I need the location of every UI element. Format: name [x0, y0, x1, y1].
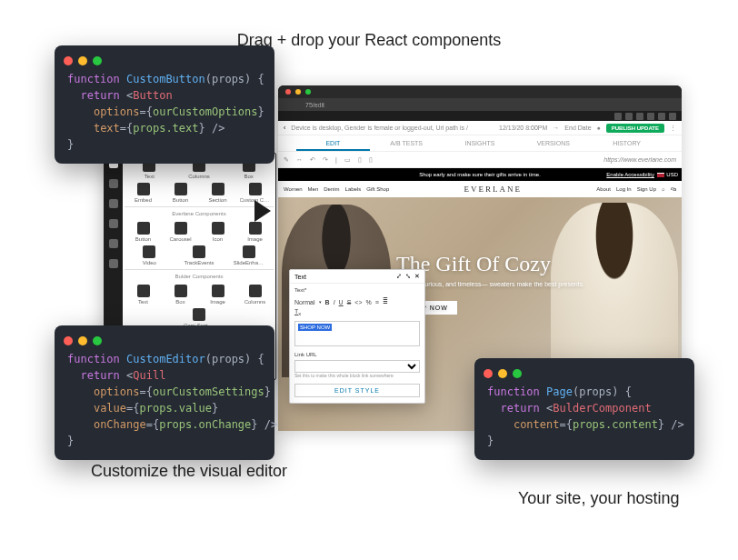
palette-item-label: TrackEvents [184, 260, 214, 265]
menu-icon[interactable] [669, 113, 676, 120]
palette-item-label: Button [165, 197, 196, 203]
palette-tab-icon[interactable] [109, 199, 118, 208]
link-button[interactable]: % [366, 299, 372, 305]
nav-item[interactable]: Labels [345, 186, 362, 192]
maximize-icon[interactable] [93, 56, 102, 65]
pencil-icon[interactable]: ✎ [284, 156, 289, 164]
currency-switch[interactable]: USD [657, 172, 678, 177]
strike-button[interactable]: S [347, 299, 352, 305]
nav-item[interactable]: Men [308, 186, 319, 192]
palette-item-label: Columns [184, 174, 214, 179]
collapse-icon[interactable]: ⤡ [405, 273, 411, 280]
component-icon [249, 222, 262, 235]
avatar[interactable] [658, 113, 665, 120]
palette-item[interactable]: Carousel [165, 222, 196, 242]
maximize-icon[interactable] [305, 89, 311, 95]
palette-group-header: Everlane Components [125, 206, 274, 220]
date-display[interactable]: 12/13/20 8:00PM [499, 125, 547, 131]
nav-item[interactable]: About [596, 186, 611, 192]
code-button[interactable]: <> [354, 299, 362, 305]
palette-item[interactable]: Text [128, 285, 159, 305]
close-icon[interactable] [285, 89, 291, 95]
tab-edit[interactable]: EDIT [296, 135, 370, 151]
ext-icon[interactable] [614, 113, 622, 120]
ext-icon[interactable] [636, 113, 643, 120]
tablet-icon[interactable]: ▯ [358, 156, 362, 164]
close-icon[interactable]: ✕ [414, 273, 420, 280]
text-input[interactable]: SHOP NOW [294, 321, 420, 346]
palette-tab-icon[interactable] [109, 259, 118, 268]
edit-style-button[interactable]: EDIT STYLE [294, 384, 420, 397]
bold-button[interactable]: B [325, 299, 330, 305]
palette-item[interactable]: Image [240, 222, 271, 242]
palette-item-label: Video [134, 260, 165, 265]
tab-versions[interactable]: VERSIONS [516, 135, 590, 151]
caption-left: Customize the visual editor [91, 462, 287, 481]
close-icon[interactable] [64, 56, 73, 65]
close-icon[interactable] [484, 369, 493, 378]
palette-item[interactable]: Icon [203, 222, 234, 242]
tab-insights[interactable]: INSIGHTS [444, 135, 517, 151]
nav-item[interactable]: Log In [616, 186, 632, 192]
end-date[interactable]: End Date [564, 125, 591, 131]
desktop-icon[interactable]: ▭ [344, 156, 351, 164]
accessibility-link[interactable]: Enable Accessibility [606, 172, 654, 177]
align-button[interactable]: ≣ [383, 298, 388, 305]
format-dropdown[interactable]: Normal [294, 299, 315, 305]
palette-item[interactable]: TrackEvents [184, 245, 214, 265]
palette-item[interactable]: Button [128, 222, 159, 242]
palette-item[interactable]: Video [134, 245, 165, 265]
maximize-icon[interactable] [93, 336, 102, 345]
palette-item[interactable]: Image [203, 285, 234, 305]
palette-item[interactable]: SlideEnhancementAnnotation [234, 245, 264, 265]
pointer-icon [254, 200, 271, 222]
expand-icon[interactable]: ⤢ [396, 273, 402, 280]
palette-item-label: Box [165, 299, 196, 305]
nav-item[interactable]: Women [284, 186, 303, 192]
palette-tab-icon[interactable] [109, 239, 118, 248]
component-icon [193, 245, 205, 258]
chevron-left-icon[interactable]: ‹ [284, 125, 285, 131]
tab-abtests[interactable]: A/B TESTS [370, 135, 444, 151]
brand-logo[interactable]: EVERLANE [464, 185, 523, 194]
redo-icon[interactable]: ↷ [323, 156, 328, 164]
palette-item[interactable]: Embed [128, 183, 159, 203]
minimize-icon[interactable] [78, 336, 87, 345]
maximize-icon[interactable] [513, 369, 522, 378]
palette-item[interactable]: Box [165, 285, 196, 305]
nav-item[interactable]: Sign Up [637, 186, 656, 192]
minimize-icon[interactable] [498, 369, 507, 378]
tab-history[interactable]: HISTORY [590, 135, 663, 151]
clear-format-icon[interactable]: Tx [294, 308, 301, 316]
undo-icon[interactable]: ↶ [310, 156, 315, 164]
preview-url: https://www.everlane.com [373, 156, 676, 163]
palette-item[interactable]: Section [203, 183, 234, 203]
list-button[interactable]: ≡ [375, 299, 379, 305]
underline-button[interactable]: U [339, 299, 344, 305]
palette-item-label: Box [234, 174, 264, 179]
nav-item[interactable]: Denim [324, 186, 339, 192]
nav-item[interactable]: Gift Shop [366, 186, 389, 192]
palette-item[interactable]: Columns [240, 285, 271, 305]
palette-item[interactable]: Button [165, 183, 196, 203]
move-icon[interactable]: ↔ [296, 156, 303, 164]
flag-icon [657, 173, 664, 177]
italic-button[interactable]: I [334, 299, 335, 305]
cart-icon[interactable]: 🛍 [671, 186, 676, 192]
ext-icon[interactable] [625, 113, 633, 120]
minimize-icon[interactable] [295, 89, 301, 95]
component-icon [249, 285, 262, 297]
promo-text: Shop early and make sure their gifts arr… [419, 172, 541, 177]
app-titlebar [278, 85, 682, 98]
close-icon[interactable] [64, 336, 73, 345]
palette-item-label: Icon [203, 236, 234, 242]
link-url-select[interactable] [294, 360, 420, 373]
palette-tab-icon[interactable] [109, 219, 118, 228]
minimize-icon[interactable] [78, 56, 87, 65]
component-icon [212, 183, 224, 195]
ext-icon[interactable] [647, 113, 654, 120]
search-icon[interactable]: ⌕ [662, 186, 665, 192]
publish-button[interactable]: PUBLISH UPDATE [606, 124, 664, 133]
palette-tab-icon[interactable] [109, 179, 118, 188]
more-icon[interactable]: ⋮ [670, 125, 676, 132]
